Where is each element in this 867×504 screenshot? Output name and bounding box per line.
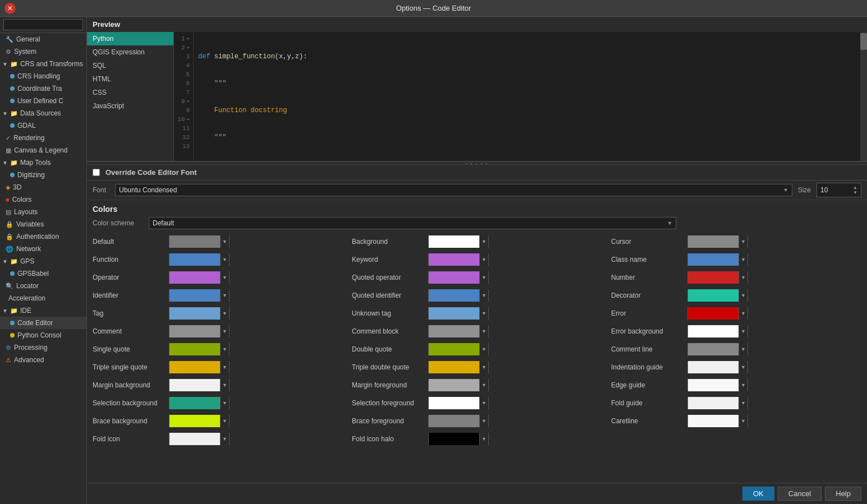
dropdown-arrow-icon[interactable]: ▼ — [220, 361, 229, 373]
color-swatch-btn-default[interactable]: ▼ — [169, 235, 230, 248]
sidebar-group-ide[interactable]: ▼ 📁 IDE — [0, 304, 86, 317]
color-swatch-btn-double-quote[interactable]: ▼ — [428, 343, 489, 355]
color-swatch-btn-margin-foreground[interactable]: ▼ — [428, 379, 489, 391]
sidebar-item-coord-tra[interactable]: Coordinate Tra — [0, 82, 86, 95]
dropdown-arrow-icon[interactable]: ▼ — [479, 343, 488, 355]
dropdown-arrow-icon[interactable]: ▼ — [479, 361, 488, 373]
dropdown-arrow-icon[interactable]: ▼ — [220, 289, 229, 302]
dropdown-arrow-icon[interactable]: ▼ — [220, 433, 229, 445]
sidebar-item-user-defined[interactable]: User Defined C — [0, 95, 86, 107]
sidebar-item-general[interactable]: 🔧 General — [0, 33, 86, 45]
sidebar-item-code-editor[interactable]: Code Editor — [0, 317, 86, 329]
lang-tab-html[interactable]: HTML — [87, 72, 173, 86]
color-swatch-btn-tag[interactable]: ▼ — [169, 307, 230, 320]
sidebar-item-advanced[interactable]: ⚠ Advanced — [0, 354, 86, 366]
cancel-button[interactable]: Cancel — [778, 487, 822, 501]
sidebar-item-authentication[interactable]: 🔒 Authentication — [0, 230, 86, 243]
dropdown-arrow-icon[interactable]: ▼ — [479, 271, 488, 284]
color-swatch-btn-brace-background[interactable]: ▼ — [169, 415, 230, 427]
color-swatch-btn-triple-single-quote[interactable]: ▼ — [169, 361, 230, 373]
color-swatch-btn-decorator[interactable]: ▼ — [687, 289, 748, 302]
sidebar-item-processing[interactable]: ⚙ Processing — [0, 341, 86, 354]
color-swatch-btn-number[interactable]: ▼ — [687, 271, 748, 284]
sidebar-group-crs[interactable]: ▼ 📁 CRS and Transforms — [0, 58, 86, 70]
dropdown-arrow-icon[interactable]: ▼ — [220, 253, 229, 266]
sidebar-item-canvas-legend[interactable]: ▦ Canvas & Legend — [0, 144, 86, 156]
color-swatch-btn-fold-guide[interactable]: ▼ — [687, 397, 748, 409]
size-spinner[interactable]: 10 ▲ ▼ — [816, 183, 861, 197]
dropdown-arrow-icon[interactable]: ▼ — [220, 307, 229, 320]
color-swatch-btn-quoted-operator[interactable]: ▼ — [428, 271, 489, 284]
lang-tab-js[interactable]: JavaScript — [87, 99, 173, 113]
code-scrollbar-v[interactable] — [860, 32, 867, 161]
lang-tab-css[interactable]: CSS — [87, 86, 173, 99]
dropdown-arrow-icon[interactable]: ▼ — [479, 397, 488, 409]
color-swatch-btn-keyword[interactable]: ▼ — [428, 253, 489, 266]
dropdown-arrow-icon[interactable]: ▼ — [220, 235, 229, 248]
sidebar-group-map-tools[interactable]: ▼ 📁 Map Tools — [0, 156, 86, 169]
color-swatch-btn-selection-background[interactable]: ▼ — [169, 397, 230, 409]
color-swatch-btn-cursor[interactable]: ▼ — [687, 235, 748, 248]
scheme-dropdown[interactable]: Default ▼ — [149, 217, 676, 229]
color-swatch-btn-error[interactable]: ▼ — [687, 307, 748, 320]
dropdown-arrow-icon[interactable]: ▼ — [220, 379, 229, 391]
color-swatch-btn-identifier[interactable]: ▼ — [169, 289, 230, 302]
color-swatch-btn-function[interactable]: ▼ — [169, 253, 230, 266]
lang-tab-python[interactable]: Python — [87, 32, 173, 45]
color-swatch-btn-comment[interactable]: ▼ — [169, 325, 230, 337]
color-swatch-btn-triple-double-quote[interactable]: ▼ — [428, 361, 489, 373]
color-swatch-btn-background[interactable]: ▼ — [428, 235, 489, 248]
color-swatch-btn-margin-background[interactable]: ▼ — [169, 379, 230, 391]
color-swatch-btn-edge-guide[interactable]: ▼ — [687, 379, 748, 391]
sidebar-item-python-console[interactable]: Python Consol — [0, 329, 86, 341]
spinner-down-icon[interactable]: ▼ — [853, 190, 857, 195]
sidebar-group-gps[interactable]: ▼ 📁 GPS — [0, 255, 86, 267]
sidebar-item-layouts[interactable]: ▤ Layouts — [0, 206, 86, 218]
dropdown-arrow-icon[interactable]: ▼ — [479, 325, 488, 337]
color-swatch-btn-unknown-tag[interactable]: ▼ — [428, 307, 489, 320]
sidebar-group-data-sources[interactable]: ▼ 📁 Data Sources — [0, 107, 86, 119]
sidebar-item-network[interactable]: 🌐 Network — [0, 243, 86, 255]
color-swatch-btn-fold-icon-halo[interactable]: ▼ — [428, 433, 489, 445]
dropdown-arrow-icon[interactable]: ▼ — [479, 235, 488, 248]
dropdown-arrow-icon[interactable]: ▼ — [220, 397, 229, 409]
dropdown-arrow-icon[interactable]: ▼ — [479, 379, 488, 391]
sidebar-item-digitizing[interactable]: Digitizing — [0, 169, 86, 181]
dropdown-arrow-icon[interactable]: ▼ — [479, 415, 488, 427]
font-override-checkbox[interactable] — [93, 169, 100, 176]
dropdown-arrow-icon[interactable]: ▼ — [220, 271, 229, 284]
color-swatch-btn-brace-foreground[interactable]: ▼ — [428, 415, 489, 427]
close-button[interactable]: ✕ — [4, 3, 16, 14]
search-input[interactable] — [3, 19, 83, 30]
dropdown-arrow-icon[interactable]: ▼ — [738, 289, 747, 302]
color-swatch-btn-error-background[interactable]: ▼ — [687, 325, 748, 337]
dropdown-arrow-icon[interactable]: ▼ — [220, 415, 229, 427]
sidebar-item-crs-handling[interactable]: CRS Handling — [0, 70, 86, 82]
dropdown-arrow-icon[interactable]: ▼ — [220, 343, 229, 355]
sidebar-item-system[interactable]: ⚙ System — [0, 45, 86, 58]
dropdown-arrow-icon[interactable]: ▼ — [738, 361, 747, 373]
sidebar-item-3d[interactable]: ◈ 3D — [0, 181, 86, 193]
sidebar-item-gdal[interactable]: GDAL — [0, 119, 86, 132]
color-swatch-btn-comment-line[interactable]: ▼ — [687, 343, 748, 355]
dropdown-arrow-icon[interactable]: ▼ — [738, 253, 747, 266]
color-swatch-btn-fold-icon[interactable]: ▼ — [169, 433, 230, 445]
dropdown-arrow-icon[interactable]: ▼ — [479, 307, 488, 320]
color-swatch-btn-quoted-identifier[interactable]: ▼ — [428, 289, 489, 302]
dropdown-arrow-icon[interactable]: ▼ — [479, 289, 488, 302]
sidebar-item-gpsbabel[interactable]: GPSBabel — [0, 267, 86, 280]
color-swatch-btn-operator[interactable]: ▼ — [169, 271, 230, 284]
sidebar-item-colors[interactable]: ■ Colors — [0, 193, 86, 206]
spinner-up-icon[interactable]: ▲ — [853, 185, 857, 190]
help-button[interactable]: Help — [825, 487, 861, 501]
sidebar-item-variables[interactable]: 🔒 Variables — [0, 218, 86, 230]
dropdown-arrow-icon[interactable]: ▼ — [479, 253, 488, 266]
sidebar-item-locator[interactable]: 🔍 Locator — [0, 280, 86, 292]
dropdown-arrow-icon[interactable]: ▼ — [738, 379, 747, 391]
font-dropdown[interactable]: Ubuntu Condensed ▼ — [115, 184, 792, 196]
dropdown-arrow-icon[interactable]: ▼ — [479, 433, 488, 445]
dropdown-arrow-icon[interactable]: ▼ — [738, 343, 747, 355]
color-swatch-btn-comment-block[interactable]: ▼ — [428, 325, 489, 337]
lang-tab-qgis[interactable]: QGIS Expression — [87, 45, 173, 59]
color-swatch-btn-classname[interactable]: ▼ — [687, 253, 748, 266]
